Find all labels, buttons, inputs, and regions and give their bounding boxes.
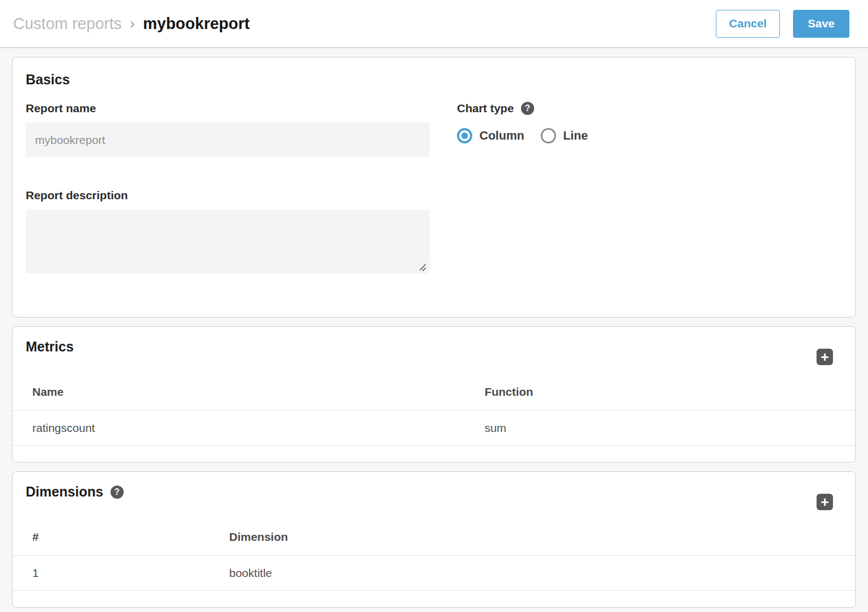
add-dimension-button[interactable]: + [817,494,833,510]
radio-column-label[interactable]: Column [479,129,524,143]
breadcrumb: Custom reports › mybookreport [13,15,250,33]
metrics-card-header: Metrics + [13,327,855,374]
chart-type-help-icon[interactable]: ? [521,102,534,115]
metrics-card: Metrics + Name Function ratingscount sum [12,326,856,463]
basics-right-column: Chart type ? Column Line [457,102,588,274]
dimensions-table-header: # Dimension [13,519,855,556]
breadcrumb-link-custom-reports[interactable]: Custom reports [13,15,121,33]
metrics-column-name: Name [13,385,484,399]
report-name-input[interactable] [26,123,430,157]
dimensions-table: # Dimension 1 booktitle [13,519,855,607]
dimensions-card-header: Dimensions ? + [13,472,855,519]
basics-form: Report name Report description Chart typ… [26,102,842,274]
metrics-table-header: Name Function [13,374,855,411]
basics-left-column: Report name Report description [26,102,430,274]
report-description-label: Report description [26,189,430,202]
add-metric-button[interactable]: + [817,349,833,365]
dimension-index-cell: 1 [13,567,229,580]
radio-column[interactable] [457,128,472,143]
metric-row[interactable]: ratingscount sum [13,411,855,446]
dimensions-table-footer [13,591,855,607]
cancel-button[interactable]: Cancel [716,10,780,38]
save-button[interactable]: Save [793,10,849,38]
report-description-field [26,210,430,274]
radio-line[interactable] [541,128,556,143]
basics-card: Basics Report name Report description Ch… [12,57,856,317]
radio-line-label[interactable]: Line [563,129,588,143]
chevron-right-icon: › [130,15,135,32]
metrics-table-footer [13,446,855,462]
main-content: Basics Report name Report description Ch… [0,48,868,612]
resize-handle-icon[interactable] [419,263,427,271]
plus-icon: + [820,350,829,364]
dimension-name-cell: booktitle [229,567,855,580]
chart-type-radio-group: Column Line [457,128,588,143]
chart-type-label: Chart type [457,102,514,115]
metrics-table: Name Function ratingscount sum [13,374,855,462]
metrics-column-function: Function [484,385,855,399]
dimensions-card: Dimensions ? + # Dimension 1 booktitle [12,471,856,608]
dimensions-column-dimension: Dimension [229,530,855,544]
basics-title: Basics [26,72,842,88]
dimensions-title: Dimensions [26,484,103,500]
page-title: mybookreport [143,15,250,33]
chart-type-label-row: Chart type ? [457,102,588,115]
report-name-label: Report name [26,102,430,115]
chart-type-option-line[interactable]: Line [541,128,588,143]
header-actions: Cancel Save [716,10,849,38]
metric-function-cell: sum [484,422,855,435]
metric-name-cell: ratingscount [13,422,484,435]
dimension-row[interactable]: 1 booktitle [13,556,855,591]
plus-icon: + [820,495,829,509]
chart-type-option-column[interactable]: Column [457,128,524,143]
header: Custom reports › mybookreport Cancel Sav… [0,0,868,48]
dimensions-help-icon[interactable]: ? [111,486,124,499]
report-description-textarea[interactable] [26,210,430,274]
metrics-title: Metrics [26,339,74,355]
dimensions-column-index: # [13,530,229,544]
